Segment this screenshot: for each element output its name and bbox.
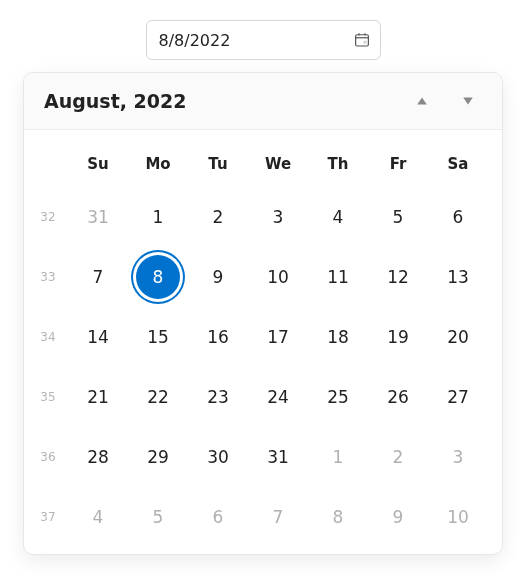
day-cell[interactable]: 26 [368, 370, 428, 424]
triangle-down-icon [462, 92, 474, 111]
day-cell-other-month[interactable]: 31 [68, 190, 128, 244]
day-cell[interactable]: 16 [188, 310, 248, 364]
day-cell[interactable]: 30 [188, 430, 248, 484]
day-cell[interactable]: 11 [308, 250, 368, 304]
weekday-header: Sa [428, 144, 488, 184]
prev-month-button[interactable] [408, 87, 436, 115]
svg-marker-5 [417, 97, 427, 104]
next-month-button[interactable] [454, 87, 482, 115]
day-cell[interactable]: 4 [308, 190, 368, 244]
date-input[interactable] [146, 20, 381, 60]
day-cell[interactable]: 7 [68, 250, 128, 304]
day-cell-other-month[interactable]: 9 [368, 490, 428, 544]
day-cell[interactable]: 24 [248, 370, 308, 424]
day-cell[interactable]: 22 [128, 370, 188, 424]
week-number-header [28, 144, 68, 184]
day-cell[interactable]: 31 [248, 430, 308, 484]
day-cell[interactable]: 15 [128, 310, 188, 364]
day-cell-other-month[interactable]: 4 [68, 490, 128, 544]
svg-rect-0 [355, 35, 368, 46]
day-cell[interactable]: 23 [188, 370, 248, 424]
day-cell-other-month[interactable]: 5 [128, 490, 188, 544]
day-cell[interactable]: 29 [128, 430, 188, 484]
week-number: 34 [28, 310, 68, 364]
day-cell[interactable]: 13 [428, 250, 488, 304]
day-cell[interactable]: 9 [188, 250, 248, 304]
weekday-header: Tu [188, 144, 248, 184]
calendar-popup: August, 2022 SuMoTuWeThFrSa3231123456337… [23, 72, 503, 555]
triangle-up-icon [416, 92, 428, 111]
week-number: 33 [28, 250, 68, 304]
day-cell[interactable]: 5 [368, 190, 428, 244]
day-cell-other-month[interactable]: 7 [248, 490, 308, 544]
calendar-grid: SuMoTuWeThFrSa32311234563378910111213341… [24, 130, 502, 554]
svg-rect-4 [363, 41, 366, 44]
week-number: 32 [28, 190, 68, 244]
day-cell[interactable]: 2 [188, 190, 248, 244]
calendar-header: August, 2022 [24, 73, 502, 130]
calendar-title[interactable]: August, 2022 [44, 90, 390, 112]
day-cell[interactable]: 20 [428, 310, 488, 364]
day-cell-selected[interactable]: 8 [128, 250, 188, 304]
day-cell-other-month[interactable]: 8 [308, 490, 368, 544]
day-cell[interactable]: 10 [248, 250, 308, 304]
weekday-header: Mo [128, 144, 188, 184]
week-number: 35 [28, 370, 68, 424]
weekday-header: Fr [368, 144, 428, 184]
day-cell[interactable]: 25 [308, 370, 368, 424]
day-cell-other-month[interactable]: 6 [188, 490, 248, 544]
weekday-header: We [248, 144, 308, 184]
day-cell[interactable]: 21 [68, 370, 128, 424]
weekday-header: Su [68, 144, 128, 184]
day-cell[interactable]: 1 [128, 190, 188, 244]
svg-marker-6 [463, 97, 473, 104]
calendar-icon[interactable] [353, 31, 371, 49]
day-cell-other-month[interactable]: 10 [428, 490, 488, 544]
day-cell-other-month[interactable]: 3 [428, 430, 488, 484]
day-cell[interactable]: 3 [248, 190, 308, 244]
day-cell[interactable]: 19 [368, 310, 428, 364]
day-cell[interactable]: 14 [68, 310, 128, 364]
week-number: 37 [28, 490, 68, 544]
day-cell[interactable]: 27 [428, 370, 488, 424]
day-cell[interactable]: 6 [428, 190, 488, 244]
day-cell[interactable]: 17 [248, 310, 308, 364]
day-cell-other-month[interactable]: 2 [368, 430, 428, 484]
day-cell[interactable]: 18 [308, 310, 368, 364]
week-number: 36 [28, 430, 68, 484]
weekday-header: Th [308, 144, 368, 184]
date-input-container [146, 20, 381, 60]
day-cell-other-month[interactable]: 1 [308, 430, 368, 484]
day-cell[interactable]: 12 [368, 250, 428, 304]
day-cell[interactable]: 28 [68, 430, 128, 484]
